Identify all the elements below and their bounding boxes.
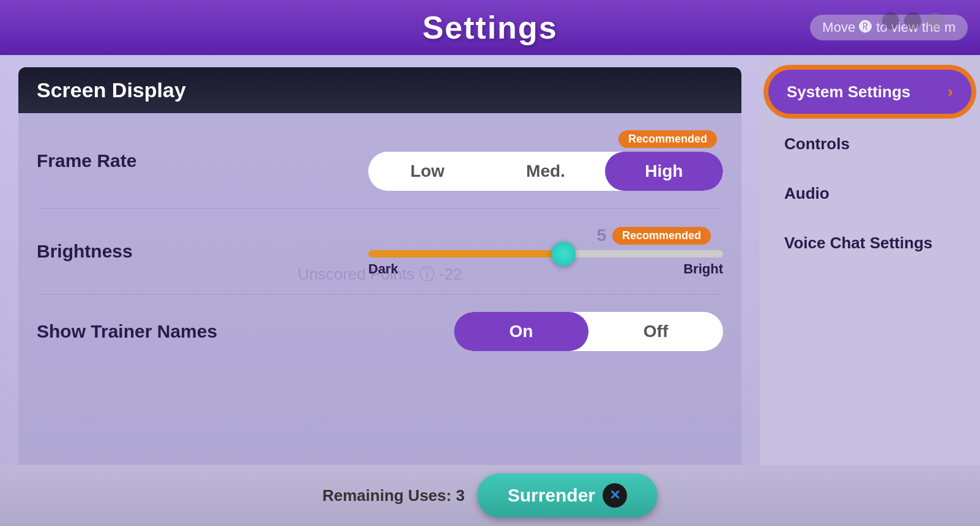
frame-rate-container: Recommended Low Med. High (368, 130, 723, 191)
frame-rate-row: Frame Rate Recommended Low Med. High (37, 113, 723, 209)
settings-panel: Frame Rate Recommended Low Med. High Bri… (18, 113, 741, 514)
section-title: Screen Display (37, 78, 186, 102)
frame-rate-low[interactable]: Low (368, 152, 486, 191)
sidebar-item-audio[interactable]: Audio (766, 172, 974, 215)
header: Settings Move 🅡 to view the m (0, 0, 980, 55)
brightness-bright-label: Bright (683, 261, 723, 277)
brightness-row: Brightness Unscored Points ⓘ -22 5 Recom… (37, 209, 723, 295)
brightness-slider-labels: Dark Bright (368, 261, 723, 277)
sidebar-item-voice-chat-label: Voice Chat Settings (784, 234, 932, 253)
frame-rate-recommended: Recommended (618, 130, 717, 148)
deco-circle-2 (904, 12, 921, 29)
bottom-bar: Remaining Uses: 3 Surrender ✕ (0, 465, 980, 526)
sidebar-arrow-0: › (948, 82, 953, 102)
brightness-slider-fill (368, 250, 563, 257)
trainer-names-row: Show Trainer Names On Off (37, 295, 723, 368)
frame-rate-label: Frame Rate (37, 150, 232, 171)
frame-rate-control: Recommended Low Med. High (232, 130, 723, 191)
deco-circle-1 (882, 12, 899, 29)
remaining-uses: Remaining Uses: 3 (322, 486, 465, 505)
trainer-names-off[interactable]: Off (588, 312, 723, 351)
x-label: ✕ (609, 487, 620, 503)
brightness-control: 5 Recommended Dark Bright (232, 226, 723, 277)
sidebar-item-voice-chat[interactable]: Voice Chat Settings (766, 221, 974, 265)
main-layout: Screen Display Frame Rate Recommended Lo… (0, 55, 980, 526)
x-button-icon: ✕ (603, 483, 627, 508)
sidebar-item-controls-label: Controls (784, 135, 850, 154)
brightness-slider-wrapper: Dark Bright (368, 250, 723, 277)
frame-rate-med[interactable]: Med. (486, 152, 604, 191)
trainer-names-label: Show Trainer Names (37, 321, 232, 342)
sidebar-item-system-settings-label: System Settings (787, 83, 910, 102)
page-title: Settings (422, 9, 557, 46)
frame-rate-high[interactable]: High (605, 152, 723, 191)
sidebar-item-controls[interactable]: Controls (766, 122, 974, 166)
brightness-recommended: Recommended (612, 227, 711, 245)
brightness-slider-track[interactable] (368, 250, 723, 257)
brightness-slider-thumb[interactable] (551, 242, 576, 266)
frame-rate-buttons: Low Med. High (368, 152, 723, 191)
deco-circles (882, 12, 943, 29)
trainer-names-control: On Off (232, 312, 723, 351)
brightness-recommended-row: 5 Recommended (596, 226, 717, 245)
sidebar-item-audio-label: Audio (784, 184, 830, 203)
trainer-names-on[interactable]: On (454, 312, 588, 351)
trainer-names-toggle: On Off (454, 312, 723, 351)
brightness-dark-label: Dark (368, 261, 398, 277)
surrender-label: Surrender (508, 485, 595, 506)
brightness-value: 5 (596, 226, 606, 245)
sidebar: System Settings › Controls Audio Voice C… (760, 55, 980, 526)
brightness-label: Brightness (37, 241, 232, 262)
sidebar-item-system-settings[interactable]: System Settings › (766, 67, 974, 116)
section-header: Screen Display (18, 67, 741, 113)
deco-circle-3 (926, 12, 943, 29)
surrender-button[interactable]: Surrender ✕ (477, 473, 658, 517)
content-area: Screen Display Frame Rate Recommended Lo… (0, 55, 760, 526)
brightness-container: 5 Recommended Dark Bright (368, 226, 723, 277)
